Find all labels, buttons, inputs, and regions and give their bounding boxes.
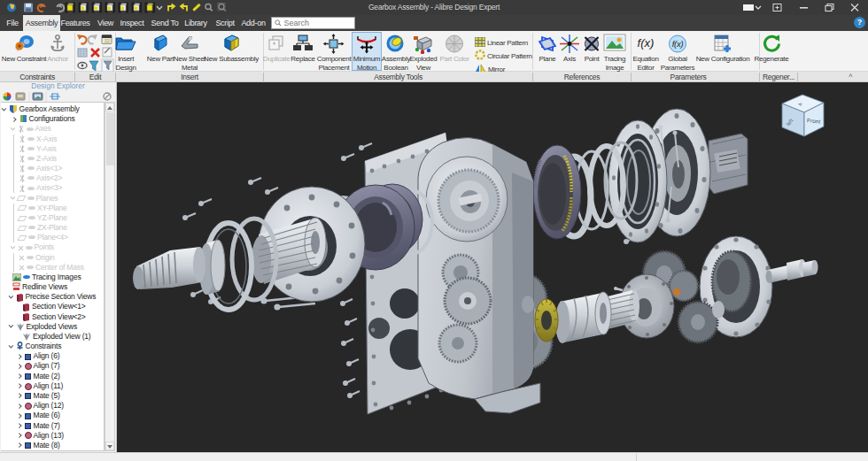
svg-text:f(x): f(x) (672, 39, 684, 49)
